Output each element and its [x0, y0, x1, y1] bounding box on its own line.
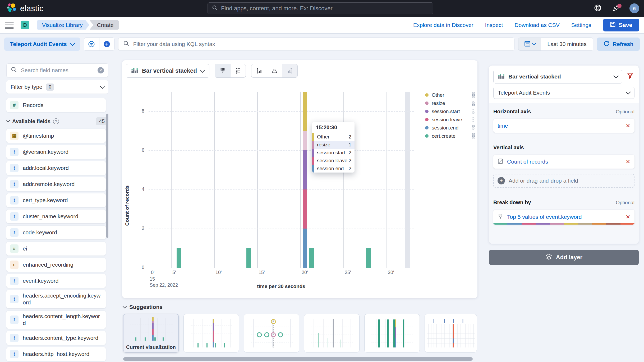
menu-button[interactable] — [5, 22, 14, 29]
vertical-axis-dimension[interactable]: Count of records ✕ — [493, 155, 634, 169]
chart-type-select[interactable]: Bar vertical stacked — [493, 70, 622, 83]
remove-dimension-icon[interactable]: ✕ — [625, 214, 630, 220]
add-field-dropzone[interactable]: + Add or drag-and-drop a field — [493, 174, 634, 188]
legend-color-dot — [425, 93, 429, 97]
horizontal-scrollbar[interactable] — [123, 357, 473, 361]
save-button[interactable]: Save — [603, 19, 639, 31]
data-view-picker[interactable]: Teleport Audit Events — [4, 38, 80, 51]
suggestion-scatter[interactable] — [244, 314, 299, 352]
suggestion-bar-vertical[interactable] — [183, 314, 239, 352]
suggestion-current[interactable]: Current visualization — [123, 314, 179, 352]
bar-segment[interactable] — [303, 92, 307, 131]
left-axis-button[interactable] — [251, 64, 267, 77]
legend-item[interactable]: session.end — [425, 124, 475, 132]
sidebar-scrollbar[interactable] — [106, 114, 108, 238]
bar-segment[interactable] — [303, 131, 307, 150]
newsfeed-button[interactable] — [611, 3, 622, 14]
layers-icon — [545, 253, 552, 262]
global-search-input[interactable] — [221, 5, 429, 12]
field-item[interactable]: theaders.http_host.keyword — [6, 347, 106, 361]
chevron-down-icon[interactable] — [6, 119, 10, 122]
field-item[interactable]: theaders.content_length.keyword — [6, 311, 106, 329]
remove-dimension-icon[interactable]: ✕ — [625, 159, 630, 165]
refresh-button[interactable]: Refresh — [597, 38, 640, 51]
y-gridline — [149, 111, 414, 112]
legend-actions-icon[interactable] — [472, 109, 475, 114]
field-item[interactable]: taddr.local.keyword — [6, 161, 106, 175]
legend-settings-button[interactable] — [230, 64, 246, 77]
add-filter-button[interactable] — [99, 38, 114, 50]
bar-segment[interactable] — [246, 248, 251, 268]
help-button[interactable] — [592, 3, 603, 14]
field-item[interactable]: tevent.keyword — [6, 274, 106, 288]
date-quick-select-button[interactable] — [518, 38, 541, 50]
records-field[interactable]: # Records — [6, 98, 106, 112]
bar-segment[interactable] — [309, 248, 314, 268]
dimension-link[interactable]: time — [498, 123, 508, 129]
legend-actions-icon[interactable] — [472, 117, 475, 122]
explore-data-link[interactable]: Explore data in Discover — [413, 22, 473, 28]
bar-segment[interactable] — [303, 189, 307, 229]
legend-actions-icon[interactable] — [472, 133, 475, 138]
time-range-value[interactable]: Last 30 minutes — [541, 38, 593, 50]
field-item[interactable]: ▦@timestamp — [6, 129, 106, 143]
field-item[interactable]: taddr.remote.keyword — [6, 177, 106, 191]
field-item[interactable]: tcert_type.keyword — [6, 193, 106, 207]
field-item[interactable]: tcode.keyword — [6, 226, 106, 239]
legend-item[interactable]: session.leave — [425, 115, 475, 124]
brush-style-button[interactable] — [215, 64, 230, 77]
legend-actions-icon[interactable] — [472, 101, 475, 106]
dimension-link[interactable]: Top 5 values of event.keyword — [507, 214, 582, 220]
suggestion-tall-bars[interactable] — [364, 314, 420, 352]
bar-segment[interactable] — [303, 150, 307, 189]
x-tick-label: 0' — [151, 270, 154, 275]
download-csv-link[interactable]: Download as CSV — [514, 22, 559, 28]
add-layer-button[interactable]: Add layer — [489, 250, 639, 265]
kql-filter-bar[interactable] — [118, 38, 514, 51]
field-item[interactable]: theaders.content_type.keyword — [6, 331, 106, 345]
legend-color-dot — [425, 118, 429, 121]
kql-input[interactable] — [133, 41, 509, 47]
legend-actions-icon[interactable] — [472, 92, 475, 98]
breadcrumb-visualize-library[interactable]: Visualize Library — [37, 20, 90, 30]
field-item[interactable]: theaders.accept_encoding.keyword — [6, 290, 106, 308]
field-search-bar[interactable]: ✕ — [6, 63, 108, 77]
saved-query-button[interactable] — [84, 38, 99, 50]
bar-segment[interactable] — [366, 248, 371, 268]
global-search-bar[interactable] — [208, 2, 433, 14]
clear-layer-icon[interactable] — [627, 72, 634, 81]
legend-item[interactable]: resize — [425, 99, 475, 107]
suggestion-heatmap[interactable] — [425, 314, 477, 352]
filter-by-type-toggle[interactable]: Filter by type 0 — [6, 80, 108, 94]
suggestions-toggle[interactable]: Suggestions — [123, 304, 163, 310]
elastic-logo[interactable]: elastic — [0, 2, 79, 15]
bottom-axis-button[interactable] — [267, 64, 282, 77]
legend-item[interactable]: session.start — [425, 107, 475, 115]
bar-segment[interactable] — [177, 248, 181, 268]
save-icon — [610, 21, 616, 29]
field-name: headers.accept_encoding.keyword — [23, 292, 102, 306]
legend-actions-icon[interactable] — [472, 125, 475, 130]
legend-item[interactable]: cert.create — [425, 132, 475, 140]
user-avatar[interactable]: e — [629, 3, 639, 13]
chart-type-dropdown[interactable]: Bar vertical stacked — [126, 64, 209, 78]
dimension-link[interactable]: Count of records — [507, 159, 548, 165]
elastic-logo-icon — [6, 2, 17, 15]
field-search-input[interactable] — [21, 67, 94, 73]
inspect-link[interactable]: Inspect — [485, 22, 503, 28]
field-item[interactable]: ◐enhanced_recording — [6, 258, 106, 272]
field-item[interactable]: t@version.keyword — [6, 145, 106, 159]
clear-search-icon[interactable]: ✕ — [98, 67, 104, 73]
tooltip-row: resize1 — [312, 141, 355, 149]
suggestion-sparse-bars[interactable] — [304, 314, 360, 352]
horizontal-axis-dimension[interactable]: time ✕ — [493, 119, 634, 133]
space-badge[interactable]: D — [21, 21, 29, 29]
settings-link[interactable]: Settings — [571, 22, 591, 28]
bar-segment[interactable] — [303, 229, 307, 268]
layer-data-view-select[interactable]: Teleport Audit Events — [493, 87, 634, 99]
remove-dimension-icon[interactable]: ✕ — [625, 123, 630, 129]
field-item[interactable]: #ei — [6, 242, 106, 256]
breakdown-dimension[interactable]: Top 5 values of event.keyword ✕ — [493, 210, 634, 225]
field-item[interactable]: tcluster_name.keyword — [6, 210, 106, 223]
legend-item[interactable]: Other — [425, 91, 475, 99]
